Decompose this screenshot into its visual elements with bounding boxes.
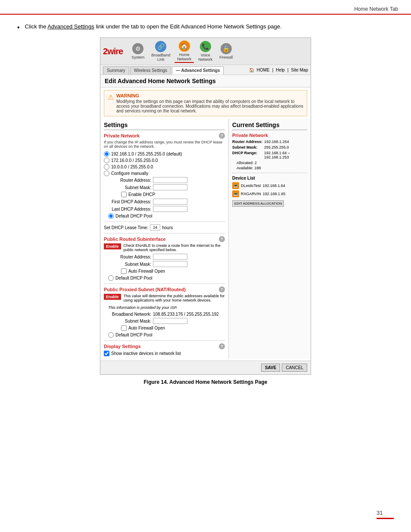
home-network-icon: 🏠 bbox=[179, 40, 190, 52]
curr-allocated-label: Allocated: bbox=[237, 161, 254, 165]
default-dhcp-pool-label: Default DHCP Pool bbox=[115, 214, 152, 218]
public-proxied-help[interactable]: ? bbox=[219, 286, 225, 292]
tab-summary[interactable]: Summary bbox=[103, 66, 129, 75]
radio-172-16[interactable] bbox=[104, 158, 109, 163]
enable-dhcp-row: Enable DHCP bbox=[104, 192, 225, 197]
toolbar-firewall[interactable]: 🔒 Firewall bbox=[217, 42, 235, 60]
first-dhcp-label: First DHCP Address: bbox=[108, 199, 151, 204]
tab-wireless-settings[interactable]: Wireless Settings bbox=[130, 66, 171, 75]
warning-icon: ⚠ bbox=[108, 93, 114, 101]
routed-router-input[interactable] bbox=[153, 254, 187, 260]
device-row-2: 💻 RXGARVIN 192.168.1.65 bbox=[232, 190, 307, 197]
routed-firewall-row: Auto Firewall Open bbox=[104, 268, 225, 274]
curr-private-title: Private Network bbox=[232, 133, 307, 138]
toolbar: 2wire ⚙ System 🔗 BroadbandLink 🏠 HomeNet… bbox=[100, 38, 311, 65]
private-network-section: Private Network ? If you change the IP a… bbox=[104, 133, 225, 219]
radio-configure-manually[interactable] bbox=[104, 171, 109, 176]
routed-subnet-input[interactable] bbox=[153, 261, 187, 267]
radio-option-3: 10.0.0.0 / 255.255.0.0 bbox=[104, 164, 225, 170]
routed-firewall-checkbox[interactable] bbox=[121, 268, 127, 274]
public-proxied-title: Public Proxied Subnet (NAT/Routed) ? bbox=[104, 286, 225, 292]
two-col-area: Settings Private Network ? If you change… bbox=[100, 119, 311, 359]
device-row-1: 💻 DLesticTest 192.168.1.64 bbox=[232, 182, 307, 189]
action-buttons: SAVE CANCEL bbox=[100, 361, 311, 374]
public-routed-section: Public Routed Subinterface ? Enable Chec… bbox=[104, 236, 225, 281]
site-map-link[interactable]: Site Map bbox=[291, 68, 308, 72]
dhcp-lease-input[interactable] bbox=[150, 224, 160, 230]
device-name-2: RXGARVIN bbox=[241, 192, 261, 196]
show-inactive-label: Show inactive devices in network list bbox=[111, 351, 181, 356]
subnet-mask-row: Subnet Mask: bbox=[104, 184, 225, 190]
home-network-label: HomeNetwork bbox=[177, 53, 191, 61]
edit-address-allocation-button[interactable]: EDIT ADDRESS ALLOCATION bbox=[232, 200, 284, 207]
page-header: Home Network Tab bbox=[0, 0, 411, 15]
toolbar-home-network[interactable]: 🏠 HomeNetwork bbox=[174, 40, 194, 63]
last-dhcp-row: Last DHCP Address: bbox=[104, 206, 225, 212]
subnet-mask-label: Subnet Mask: bbox=[108, 185, 151, 190]
toolbar-system[interactable]: ⚙ System bbox=[129, 42, 147, 60]
proxied-firewall-checkbox[interactable] bbox=[121, 325, 127, 331]
radio-10-0-0[interactable] bbox=[104, 164, 109, 170]
device-ip-2: 192.168.1.65 bbox=[263, 192, 286, 196]
page-number: 31 bbox=[377, 510, 383, 516]
last-dhcp-input[interactable] bbox=[153, 206, 187, 212]
routed-subnet-label: Subnet Mask: bbox=[108, 262, 151, 267]
routed-firewall-label: Auto Firewall Open bbox=[128, 269, 165, 274]
home-link[interactable]: HOME bbox=[257, 68, 270, 72]
curr-available-label: Available: bbox=[237, 166, 253, 170]
private-network-help[interactable]: ? bbox=[219, 133, 225, 139]
dhcp-lease-unit: hours bbox=[162, 225, 173, 230]
nav-tabs-left: Summary Wireless Settings — Advanced Set… bbox=[103, 66, 224, 75]
first-dhcp-input[interactable] bbox=[153, 199, 187, 205]
routed-dhcp-pool-radio[interactable] bbox=[108, 275, 114, 281]
help-link[interactable]: Help bbox=[276, 68, 285, 72]
proxied-dhcp-pool-row: Default DHCP Pool bbox=[104, 332, 225, 338]
proxied-firewall-row: Auto Firewall Open bbox=[104, 325, 225, 331]
firewall-icon: 🔒 bbox=[221, 43, 232, 54]
bullet-dot: • bbox=[17, 23, 20, 31]
save-button[interactable]: SAVE bbox=[261, 364, 280, 372]
subnet-mask-input[interactable] bbox=[153, 184, 187, 190]
proxied-dhcp-pool-radio[interactable] bbox=[108, 332, 114, 338]
enable-routed-text: Check ENABLE to create a route from the … bbox=[124, 243, 225, 252]
warning-text: Modifying the settings on this page can … bbox=[116, 99, 303, 113]
broadband-value: 108.85.233.176 / 255.255.255.192 bbox=[153, 312, 219, 317]
default-dhcp-pool-radio[interactable] bbox=[108, 213, 114, 219]
radio-option-1: 192.168.1.0 / 255.255.255.0 (default) bbox=[104, 151, 225, 157]
enable-dhcp-checkbox[interactable] bbox=[121, 192, 127, 197]
radio-192-168[interactable] bbox=[104, 151, 109, 157]
nav-tabs: Summary Wireless Settings — Advanced Set… bbox=[100, 65, 311, 75]
tab-advanced-settings[interactable]: — Advanced Settings bbox=[172, 66, 224, 75]
enable-routed-button[interactable]: Enable bbox=[104, 243, 121, 249]
last-dhcp-label: Last DHCP Address: bbox=[108, 207, 151, 212]
router-address-input[interactable] bbox=[153, 177, 187, 183]
display-settings-help[interactable]: ? bbox=[219, 343, 225, 349]
routed-router-address-row: Router Address: bbox=[104, 254, 225, 260]
enable-proxied-button[interactable]: Enable bbox=[104, 294, 121, 300]
enable-proxied-row: Enable This value will determine the pub… bbox=[104, 294, 225, 302]
show-inactive-checkbox[interactable] bbox=[104, 351, 109, 356]
public-routed-help[interactable]: ? bbox=[219, 236, 225, 242]
private-network-title: Private Network ? bbox=[104, 133, 225, 139]
advanced-settings-link[interactable]: Advanced Settings bbox=[47, 23, 94, 30]
curr-subnet-label: Subnet Mask: bbox=[232, 145, 262, 149]
curr-router-value: 192.168.1.254 bbox=[264, 140, 289, 144]
show-inactive-row: Show inactive devices in network list bbox=[104, 351, 225, 356]
voice-icon: 📞 bbox=[200, 41, 211, 52]
default-dhcp-pool-row: Default DHCP Pool bbox=[104, 213, 225, 219]
device-ip-1: 192.168.1.64 bbox=[263, 184, 286, 188]
routed-subnet-row: Subnet Mask: bbox=[104, 261, 225, 267]
toolbar-broadband[interactable]: 🔗 BroadbandLink bbox=[149, 40, 173, 62]
proxied-subnet-input[interactable] bbox=[153, 318, 187, 324]
proxied-dhcp-pool-label: Default DHCP Pool bbox=[115, 333, 152, 337]
page-content: • Click the Advanced Settings link under… bbox=[0, 15, 411, 402]
curr-subnet-value: 255.255.255.0 bbox=[264, 145, 289, 149]
bullet-instruction: • Click the Advanced Settings link under… bbox=[17, 23, 394, 31]
public-routed-title: Public Routed Subinterface ? bbox=[104, 236, 225, 242]
home-icon-small: 🏠 bbox=[249, 68, 254, 72]
device-list-title: Device List bbox=[232, 176, 307, 180]
toolbar-voice[interactable]: 📞 VoiceNetwork bbox=[196, 40, 215, 62]
radio-option-4: Configure manually bbox=[104, 171, 225, 176]
cancel-button[interactable]: CANCEL bbox=[282, 364, 307, 372]
proxied-firewall-label: Auto Firewall Open bbox=[128, 326, 165, 330]
